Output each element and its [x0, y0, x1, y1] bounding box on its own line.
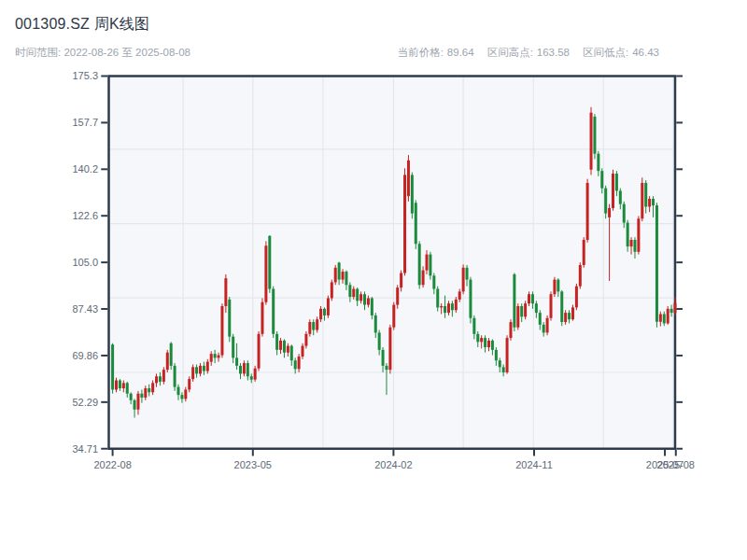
kline-chart: 175.3157.7140.2122.6105.087.4369.8652.29…	[0, 0, 747, 560]
candle-body	[191, 367, 194, 379]
candle-body	[615, 174, 618, 190]
candle-body	[268, 236, 271, 289]
candle-body	[294, 360, 297, 369]
candle-body	[382, 350, 385, 366]
candle-body	[644, 183, 647, 207]
candle-body	[415, 203, 417, 244]
candle-body	[520, 306, 523, 316]
candle-body	[385, 366, 388, 370]
candle-body	[180, 395, 183, 399]
candle-body	[627, 223, 629, 247]
candle-body	[575, 287, 578, 308]
candle-body	[348, 285, 351, 297]
candle-body	[184, 389, 187, 399]
kline-page: 001309.SZ 周K线图 时间范围: 2022-08-26 至 2025-0…	[0, 0, 747, 560]
candle-body	[568, 313, 571, 319]
y-tick-label: 157.7	[72, 117, 98, 128]
candle-body	[458, 291, 461, 300]
candle-body	[312, 322, 315, 330]
x-tick-label: 2022-08	[93, 459, 131, 470]
candle-body	[447, 303, 450, 313]
candle-body	[469, 280, 472, 318]
candle-body	[126, 383, 129, 393]
x-tick-label: 2024-11	[515, 459, 553, 470]
candle-body	[304, 334, 307, 346]
candle-body	[604, 189, 607, 214]
candle-body	[560, 291, 563, 322]
candle-body	[535, 303, 538, 313]
candle-body	[359, 294, 362, 301]
candle-body	[308, 322, 311, 334]
candle-body	[396, 287, 399, 304]
candle-body	[334, 268, 337, 283]
candle-body	[451, 303, 454, 310]
x-tick-label: 2024-02	[374, 459, 412, 470]
candle-body	[371, 298, 374, 315]
candle-body	[557, 280, 559, 292]
candle-body	[531, 294, 534, 303]
candle-body	[162, 370, 165, 382]
y-tick-label: 105.0	[72, 257, 98, 268]
candle-body	[199, 366, 202, 374]
y-tick-label: 52.29	[72, 397, 98, 408]
candle-body	[590, 113, 593, 170]
candle-body	[426, 255, 429, 271]
candle-body	[670, 309, 673, 313]
candle-body	[506, 338, 509, 372]
candle-body	[170, 343, 173, 366]
candle-body	[476, 334, 479, 343]
candle-body	[571, 307, 574, 319]
candle-body	[392, 305, 395, 328]
candle-body	[195, 367, 198, 373]
candle-body	[513, 274, 515, 328]
candle-body	[400, 273, 402, 287]
candle-body	[136, 394, 139, 410]
candle-body	[564, 313, 567, 322]
candle-body	[674, 303, 677, 313]
candle-body	[287, 346, 289, 353]
candle-body	[134, 400, 136, 410]
candle-body	[316, 319, 318, 329]
candle-body	[550, 294, 553, 318]
candle-body	[319, 309, 322, 319]
candle-body	[130, 394, 133, 400]
candle-body	[247, 363, 249, 376]
candle-body	[528, 294, 530, 303]
candle-body	[612, 174, 614, 208]
candle-body	[338, 262, 341, 279]
candle-body	[261, 302, 263, 334]
candle-body	[174, 366, 176, 387]
candle-body	[298, 357, 301, 369]
candle-body	[388, 328, 391, 370]
candle-body	[455, 300, 458, 310]
candle-body	[272, 289, 275, 334]
candle-body	[151, 383, 154, 392]
y-tick-label: 122.6	[72, 210, 98, 221]
candle-body	[119, 381, 121, 389]
candle-body	[652, 199, 655, 205]
candle-body	[342, 272, 345, 280]
candle-body	[462, 268, 465, 292]
candle-body	[509, 322, 512, 338]
y-tick-label: 87.43	[72, 303, 98, 315]
candle-body	[122, 383, 125, 388]
candle-body	[258, 334, 261, 369]
candle-body	[466, 268, 469, 280]
candle-body	[586, 183, 589, 240]
candle-body	[378, 332, 381, 349]
candle-body	[422, 271, 425, 286]
candle-body	[275, 334, 278, 350]
candle-body	[239, 366, 242, 374]
candle-body	[495, 350, 498, 360]
candle-body	[177, 387, 180, 396]
candle-body	[115, 381, 118, 390]
candle-body	[499, 360, 501, 367]
candle-body	[484, 338, 486, 347]
candle-body	[214, 354, 217, 357]
candle-body	[597, 154, 599, 171]
candle-body	[210, 354, 213, 362]
candle-body	[323, 309, 326, 315]
candle-body	[407, 161, 410, 196]
x-tick-label: 2025-08	[657, 459, 695, 470]
candle-body	[633, 240, 636, 252]
